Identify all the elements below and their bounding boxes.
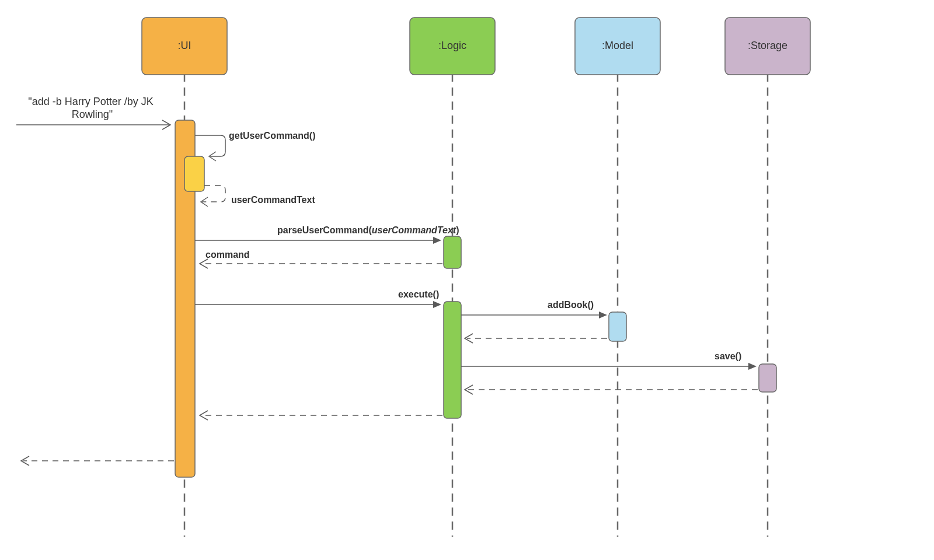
return-execute [200,411,442,420]
message-getusercommand: getUserCommand() [195,131,315,161]
incoming-message: "add -b Harry Potter /by JK Rowling" [16,96,170,130]
return-save [465,385,758,394]
parseusercommand-arg: userCommandText [372,225,456,235]
participant-logic: :Logic [410,18,495,75]
return-command: command [200,250,442,268]
activation-model [609,312,626,341]
activation-storage [759,364,776,392]
activation-logic-execute [444,302,461,418]
execute-label: execute() [398,289,439,299]
command-label: command [205,250,250,260]
message-parseusercommand: parseUserCommand(userCommandText) [195,225,459,244]
participant-model-label: :Model [602,40,633,51]
svg-text:parseUserCommand(userCommandTe: parseUserCommand(userCommandText) [277,225,459,235]
participant-storage: :Storage [725,18,810,75]
addbook-label: addBook() [548,300,594,310]
return-usercommandtext: userCommandText [201,186,315,206]
return-addbook [465,334,607,343]
activation-ui-self [184,156,204,191]
svg-text:"add -b Harry Potter /by JK
  : "add -b Harry Potter /by JK Rowling" [28,96,156,120]
activation-logic-parse [444,236,461,268]
participant-storage-label: :Storage [748,40,787,51]
parseusercommand-suffix: ) [456,225,459,235]
participant-model: :Model [575,18,660,75]
usercommandtext-label: userCommandText [231,195,315,205]
participant-ui: :UI [142,18,227,75]
participant-logic-label: :Logic [438,40,466,51]
message-save: save() [461,351,757,370]
save-label: save() [715,351,741,361]
getusercommand-label: getUserCommand() [229,131,315,141]
participant-ui-label: :UI [177,40,191,51]
parseusercommand-prefix: parseUserCommand( [277,225,372,235]
message-execute: execute() [195,289,441,308]
sequence-diagram: :UI :Logic :Model :Storage "add -b Harry… [0,0,934,560]
return-final [21,456,174,466]
message-addbook: addBook() [461,300,607,318]
